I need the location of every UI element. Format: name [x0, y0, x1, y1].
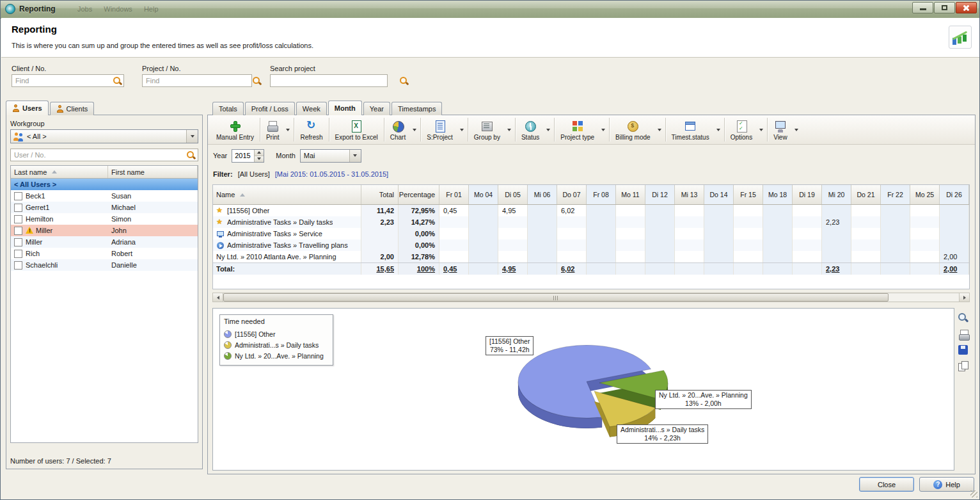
search-project-icon[interactable]	[399, 76, 409, 86]
user-row-all-users[interactable]: < All Users >	[11, 179, 198, 190]
column-header-day-di-19[interactable]: Di 19	[793, 185, 822, 204]
toolbar-dropdown-button[interactable]	[544, 115, 553, 144]
column-header-day-mi-13[interactable]: Mi 13	[675, 185, 704, 204]
tab-year[interactable]: Year	[363, 102, 390, 115]
user-checkbox[interactable]	[14, 238, 22, 246]
toolbar-dropdown-button[interactable]	[505, 115, 514, 144]
report-total-row[interactable]: Total:15,65100%0,454,956,022,232,00	[213, 262, 969, 275]
close-button[interactable]: Close	[859, 477, 914, 492]
legend-entry-11556-other[interactable]: [11556] Other	[224, 328, 329, 339]
toolbar-dropdown-button[interactable]	[457, 115, 466, 144]
user-checkbox[interactable]	[14, 250, 22, 258]
toolbar-button-project-type[interactable]: Project type	[556, 115, 599, 144]
column-header-day-do-07[interactable]: Do 07	[557, 185, 587, 204]
column-header-day-fr-22[interactable]: Fr 22	[881, 185, 910, 204]
report-row[interactable]: Ny Ltd. » 2010 Atlanta Ave. » Planning2,…	[213, 251, 969, 262]
toolbar-button-print[interactable]: Print	[262, 115, 284, 144]
spin-down-button[interactable]	[255, 156, 264, 162]
column-header-day-di-05[interactable]: Di 05	[498, 185, 528, 204]
column-header-day-do-14[interactable]: Do 14	[704, 185, 734, 204]
toolbar-button-group-by[interactable]: Group by	[470, 115, 505, 144]
scrollbar-thumb[interactable]	[223, 293, 889, 302]
user-checkbox[interactable]	[14, 215, 22, 223]
horizontal-scrollbar[interactable]	[212, 293, 970, 302]
tab-timestamps[interactable]: Timestamps	[391, 102, 443, 115]
tab-totals[interactable]: Totals	[212, 102, 244, 115]
zoom-icon[interactable]	[958, 312, 969, 324]
titlebar[interactable]: Reporting JobsWindowsHelp	[1, 1, 979, 19]
toolbar-dropdown-button[interactable]	[714, 115, 723, 144]
user-checkbox[interactable]	[14, 261, 22, 270]
column-header-percentage[interactable]: Percentage	[399, 185, 439, 204]
close-window-button[interactable]	[956, 2, 977, 13]
toolbar-button-chart[interactable]: Chart	[386, 115, 410, 144]
column-header-name[interactable]: Name	[213, 185, 361, 204]
print-chart-icon[interactable]	[958, 328, 969, 340]
toolbar-button-options[interactable]: Options	[726, 115, 757, 144]
user-row-gerret1-michael[interactable]: Gerret1Michael	[11, 202, 198, 213]
project-search-icon[interactable]	[252, 76, 262, 86]
toolbar-button-export-to-excel[interactable]: Export to Excel	[331, 115, 383, 144]
month-dropdown[interactable]: Mai	[300, 149, 361, 163]
user-row-miller-john[interactable]: MillerJohn	[11, 225, 198, 236]
search-project-input[interactable]	[270, 74, 388, 87]
month-dropdown-arrow[interactable]	[349, 150, 361, 162]
column-header-day-mo-11[interactable]: Mo 11	[616, 185, 645, 204]
maximize-button[interactable]	[934, 2, 955, 13]
column-header-day-fr-08[interactable]: Fr 08	[587, 185, 616, 204]
user-row-rich-robert[interactable]: RichRobert	[11, 248, 198, 259]
toolbar-dropdown-button[interactable]	[757, 115, 766, 144]
tab-month[interactable]: Month	[328, 101, 362, 115]
tab-week[interactable]: Week	[296, 102, 327, 115]
toolbar-button-manual-entry[interactable]: Manual Entry	[212, 115, 258, 144]
column-header-last-name[interactable]: Last name	[11, 166, 108, 178]
column-header-day-fr-01[interactable]: Fr 01	[439, 185, 469, 204]
toolbar-dropdown-button[interactable]	[655, 115, 664, 144]
column-header-day-do-21[interactable]: Do 21	[851, 185, 881, 204]
report-row[interactable]: Administrative Tasks » Travelling plans0…	[213, 239, 969, 251]
user-row-miller-adriana[interactable]: MillerAdriana	[11, 236, 198, 248]
tab-profit-loss[interactable]: Profit / Loss	[245, 102, 295, 115]
legend-entry-ny-ltd-20-ave-planning[interactable]: Ny Ltd. » 20...Ave. » Planning	[224, 350, 329, 361]
toolbar-button-timest-status[interactable]: Timest.status	[667, 115, 714, 144]
project-filter-input[interactable]	[142, 74, 252, 87]
tab-users[interactable]: Users	[6, 101, 49, 115]
user-row-beck1-susan[interactable]: Beck1Susan	[11, 190, 198, 202]
user-checkbox[interactable]	[14, 227, 22, 235]
scroll-right-button[interactable]	[959, 293, 969, 302]
user-row-hemilton-simon[interactable]: HemiltonSimon	[11, 213, 198, 225]
toolbar-dropdown-button[interactable]	[283, 115, 292, 144]
user-search-icon[interactable]	[186, 150, 196, 160]
minimize-button[interactable]	[912, 2, 933, 13]
workgroup-dropdown-arrow[interactable]	[186, 130, 198, 143]
toolbar-button-s-project[interactable]: S:Project	[422, 115, 457, 144]
column-header-day-mo-25[interactable]: Mo 25	[910, 185, 940, 204]
column-header-day-mi-20[interactable]: Mi 20	[822, 185, 851, 204]
resize-grip[interactable]	[970, 490, 977, 497]
copy-chart-icon[interactable]	[958, 360, 969, 372]
toolbar-dropdown-button[interactable]	[599, 115, 608, 144]
legend-entry-administrati-s-daily-tasks[interactable]: Administrati...s » Daily tasks	[224, 339, 329, 350]
user-checkbox[interactable]	[14, 204, 22, 212]
help-button[interactable]: Help	[919, 477, 974, 492]
toolbar-button-billing-mode[interactable]: Billing mode	[611, 115, 654, 144]
year-spinner[interactable]	[232, 149, 264, 163]
column-header-day-di-26[interactable]: Di 26	[940, 185, 969, 204]
toolbar-dropdown-button[interactable]	[792, 115, 801, 144]
column-header-first-name[interactable]: First name	[108, 166, 198, 178]
year-input[interactable]	[232, 150, 254, 162]
column-header-total[interactable]: Total	[361, 185, 399, 204]
client-search-icon[interactable]	[113, 76, 122, 86]
user-row-schaelchli-danielle[interactable]: SchaelchliDanielle	[11, 259, 198, 271]
toolbar-button-refresh[interactable]: Refresh	[296, 115, 327, 144]
spin-up-button[interactable]	[255, 150, 264, 156]
client-filter-input[interactable]	[12, 74, 124, 87]
workgroup-dropdown[interactable]: < All >	[10, 129, 198, 143]
report-row[interactable]: Administrative Tasks » Service0,00%	[213, 228, 969, 239]
toolbar-button-status[interactable]: Status	[517, 115, 544, 144]
column-header-day-mo-04[interactable]: Mo 04	[469, 185, 498, 204]
column-header-day-fr-15[interactable]: Fr 15	[734, 185, 763, 204]
column-header-day-di-12[interactable]: Di 12	[645, 185, 675, 204]
scroll-left-button[interactable]	[213, 293, 223, 302]
column-header-day-mo-18[interactable]: Mo 18	[763, 185, 793, 204]
